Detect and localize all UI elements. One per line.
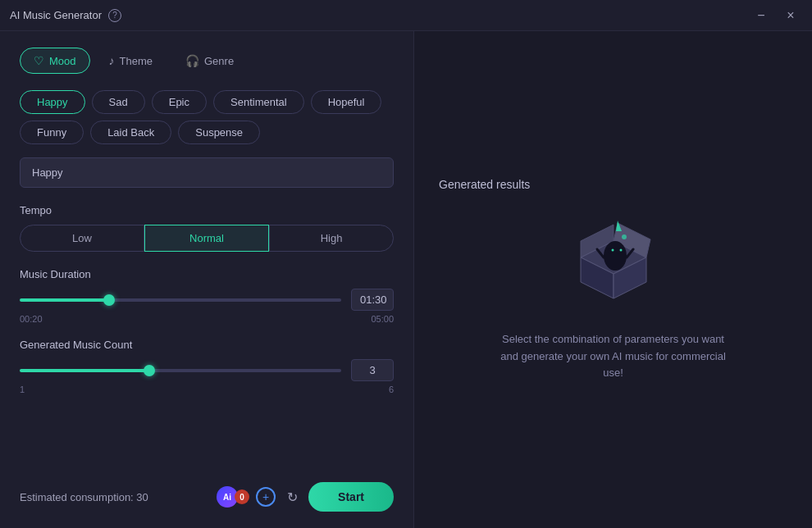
tempo-normal[interactable]: Normal (144, 225, 269, 252)
start-button[interactable]: Start (308, 482, 394, 512)
bottom-right-controls: Ai 0 + ↻ Start (217, 482, 394, 512)
left-panel: ♡ Mood ♪ Theme 🎧 Genre Happy Sad Epic Se… (0, 31, 414, 528)
mood-btn-epic[interactable]: Epic (152, 90, 207, 114)
duration-value: 01:30 (351, 289, 394, 311)
svg-point-7 (604, 241, 627, 271)
tab-theme-label: Theme (120, 55, 153, 67)
credit-count-badge: 0 (235, 489, 249, 504)
minimize-button[interactable]: − (750, 4, 773, 27)
tab-theme[interactable]: ♪ Theme (95, 48, 167, 74)
tempo-group: Low Normal High (20, 225, 394, 252)
count-max: 6 (389, 385, 394, 394)
tab-mood-label: Mood (49, 55, 76, 67)
right-panel: Generated results (414, 31, 812, 528)
app-title: AI Music Generator (10, 9, 102, 21)
tabs: ♡ Mood ♪ Theme 🎧 Genre (20, 48, 394, 74)
duration-min: 00:20 (20, 314, 43, 324)
mood-btn-laidback[interactable]: Laid Back (90, 121, 171, 144)
results-header: Generated results (439, 177, 787, 192)
svg-point-11 (619, 248, 622, 251)
mood-btn-happy[interactable]: Happy (20, 90, 85, 114)
results-description: Select the combination of parameters you… (499, 331, 728, 382)
refresh-button[interactable]: ↻ (282, 487, 302, 507)
mood-btn-suspense[interactable]: Suspense (178, 121, 260, 144)
svg-point-6 (622, 234, 627, 239)
mood-tab-icon: ♡ (34, 54, 44, 67)
mood-text-input[interactable] (20, 157, 394, 188)
duration-slider-row: 01:30 (20, 289, 394, 311)
mood-btn-hopeful[interactable]: Hopeful (311, 90, 382, 114)
tab-genre-label: Genre (204, 55, 234, 67)
duration-max: 05:00 (371, 314, 394, 324)
music-count-label: Generated Music Count (20, 339, 394, 351)
results-title: Generated results (439, 178, 530, 191)
duration-range: 00:20 05:00 (20, 314, 394, 324)
bottom-bar: Estimated consumption: 30 Ai 0 + ↻ Start (20, 471, 394, 512)
tempo-label: Tempo (20, 204, 394, 216)
main-layout: ♡ Mood ♪ Theme 🎧 Genre Happy Sad Epic Se… (0, 31, 812, 528)
tab-mood[interactable]: ♡ Mood (20, 48, 90, 74)
tempo-high[interactable]: High (269, 225, 394, 252)
ai-badge: Ai 0 (217, 486, 249, 508)
title-bar: AI Music Generator ? − × (0, 0, 812, 31)
consumption-text: Estimated consumption: 30 (20, 491, 148, 503)
count-range: 1 6 (20, 385, 394, 394)
empty-state-illustration (564, 208, 663, 307)
help-icon[interactable]: ? (108, 9, 121, 22)
music-duration-section: Music Duration 01:30 00:20 05:00 (20, 268, 394, 324)
window-controls: − × (750, 4, 802, 27)
genre-tab-icon: 🎧 (185, 54, 199, 67)
tempo-low[interactable]: Low (20, 225, 144, 252)
count-min: 1 (20, 385, 25, 394)
mood-btn-funny[interactable]: Funny (20, 121, 84, 144)
count-slider[interactable] (20, 369, 341, 372)
mood-btn-sentimental[interactable]: Sentimental (213, 90, 304, 114)
mood-btn-sad[interactable]: Sad (92, 90, 145, 114)
svg-point-10 (611, 248, 614, 251)
music-duration-label: Music Duration (20, 268, 394, 280)
count-slider-row: 3 (20, 359, 394, 381)
theme-tab-icon: ♪ (109, 54, 115, 67)
close-button[interactable]: × (779, 4, 802, 27)
mood-grid: Happy Sad Epic Sentimental Hopeful Funny… (20, 90, 394, 144)
duration-slider[interactable] (20, 298, 341, 302)
title-bar-left: AI Music Generator ? (10, 9, 121, 22)
tab-genre[interactable]: 🎧 Genre (171, 48, 248, 74)
add-credits-button[interactable]: + (256, 487, 276, 507)
count-value: 3 (351, 359, 394, 381)
music-count-section: Generated Music Count 3 1 6 (20, 339, 394, 394)
